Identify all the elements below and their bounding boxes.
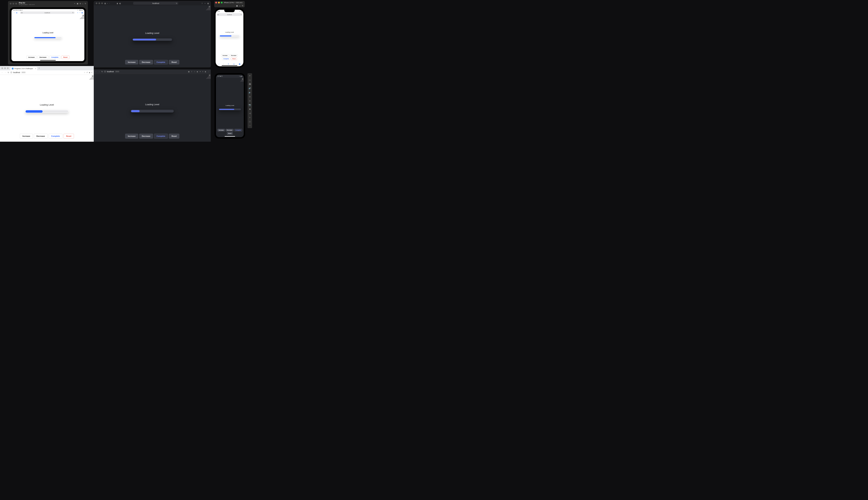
complete-button[interactable]: Complete <box>49 134 62 138</box>
extensions-icon[interactable]: ✦ <box>199 71 201 72</box>
decrease-button[interactable]: Decrease <box>139 134 153 138</box>
record-icon[interactable]: ⧉ <box>80 3 81 5</box>
reset-button[interactable]: Reset <box>61 56 70 59</box>
rotate-icon[interactable]: ↻ <box>85 3 86 5</box>
close-icon[interactable] <box>1 67 3 69</box>
refresh-button[interactable]: ↻ <box>101 71 103 72</box>
extension-icon[interactable]: ◆ <box>89 71 90 73</box>
mic-icon[interactable]: ◉ <box>205 71 206 72</box>
site-info-icon[interactable]: ⓘ <box>10 71 12 74</box>
more-icon[interactable]: ⋯ <box>249 124 251 127</box>
maximize-icon[interactable] <box>7 67 9 69</box>
complete-button[interactable]: Complete <box>154 134 168 138</box>
new-tab-icon[interactable]: + <box>205 2 206 4</box>
url-field[interactable]: AA localhost ↻ <box>217 13 242 16</box>
sidebar-icon[interactable]: ▤ <box>104 2 106 4</box>
decrease-button[interactable]: Decrease <box>139 60 153 65</box>
decrease-button[interactable]: Decrease <box>230 54 238 57</box>
share-icon[interactable]: ⇧ <box>191 71 192 72</box>
maximize-icon[interactable] <box>221 2 222 3</box>
site-info-icon[interactable]: ⓘ <box>104 70 106 73</box>
tabs-icon[interactable]: ▦ <box>207 2 209 4</box>
extension-icon[interactable]: ◆ <box>197 71 198 72</box>
forward-button[interactable]: › <box>223 63 224 65</box>
screenshot-icon[interactable]: ▣ <box>236 5 238 7</box>
refresh-button[interactable]: ↻ <box>8 71 9 73</box>
tab-progress[interactable]: Progress | GUI Challenges × <box>10 67 37 70</box>
close-icon[interactable] <box>10 3 11 4</box>
reader-icon[interactable]: AA <box>21 12 23 13</box>
minimize-icon[interactable]: — <box>249 79 251 81</box>
close-tab-icon[interactable]: × <box>35 68 36 70</box>
screencast-icon[interactable]: ▣ <box>188 71 190 72</box>
overview-icon[interactable]: □ <box>249 120 251 123</box>
volume-up-icon[interactable]: 🔊 <box>249 87 251 90</box>
back-button[interactable]: ‹ <box>107 2 108 4</box>
complete-button[interactable]: Complete <box>234 129 242 132</box>
forward-button[interactable]: › <box>109 2 110 4</box>
tabs-icon[interactable]: ▣ <box>239 63 240 65</box>
minimize-icon[interactable] <box>99 2 100 4</box>
forward-button[interactable]: › <box>14 12 15 13</box>
reset-button[interactable]: Reset <box>231 57 237 60</box>
omnibox[interactable]: ⓘ localhost:3000 <box>104 70 187 73</box>
close-icon[interactable]: × <box>249 74 251 77</box>
tabs-icon[interactable]: ▣ <box>81 12 83 13</box>
increase-button[interactable]: Increase <box>221 54 229 57</box>
back-button[interactable]: ← <box>95 71 97 72</box>
home-indicator[interactable] <box>222 65 237 66</box>
power-icon[interactable]: ⏻ <box>249 83 251 86</box>
complete-button[interactable]: Complete <box>49 56 60 59</box>
home-icon[interactable]: ○ <box>249 116 251 119</box>
visbug-icon[interactable] <box>206 74 211 79</box>
volume-down-icon[interactable]: 🔉 <box>249 91 251 94</box>
refresh-icon[interactable]: ↻ <box>72 12 73 13</box>
zoom-icon[interactable]: ⊕ <box>249 107 251 111</box>
refresh-icon[interactable]: ↻ <box>176 2 177 4</box>
minimize-icon[interactable] <box>218 2 220 3</box>
new-tab-icon[interactable]: + <box>80 12 80 13</box>
minimize-icon[interactable] <box>4 67 6 69</box>
home-icon[interactable]: ⌂ <box>239 5 240 7</box>
decrease-button[interactable]: Decrease <box>37 56 48 59</box>
menu-icon[interactable]: ⋮ <box>208 71 209 72</box>
camera-icon[interactable]: 📷 <box>249 103 251 106</box>
close-icon[interactable] <box>215 2 217 3</box>
increase-button[interactable]: Increase <box>26 56 37 59</box>
home-icon[interactable]: ⌂ <box>82 3 83 5</box>
rotate-right-icon[interactable]: ◇ <box>249 99 251 102</box>
bookmark-icon[interactable]: ☆ <box>84 71 85 73</box>
back-button[interactable]: ‹ <box>219 63 219 65</box>
reset-button[interactable]: Reset <box>227 132 233 135</box>
omnibox[interactable]: ⓘ localhost:3000 <box>10 71 82 74</box>
url-field[interactable]: localhost ↻ <box>133 2 178 5</box>
new-tab-button[interactable]: + <box>38 67 40 69</box>
refresh-icon[interactable]: ↻ <box>241 14 242 15</box>
rotate-icon[interactable]: ↻ <box>242 5 243 7</box>
share-icon[interactable]: ⇧ <box>228 63 229 65</box>
share-icon[interactable]: ⇧ <box>201 2 203 4</box>
appearance-icon[interactable]: ◐ <box>119 2 121 4</box>
location-icon[interactable]: ✧ <box>74 3 75 5</box>
reset-button[interactable]: Reset <box>64 134 74 138</box>
increase-button[interactable]: Increase <box>125 134 138 138</box>
reset-button[interactable]: Reset <box>169 60 179 65</box>
back-button[interactable]: ← <box>1 71 3 73</box>
reset-button[interactable]: Reset <box>169 134 179 138</box>
reading-list-icon[interactable]: ≡ <box>202 71 203 72</box>
screenshot-icon[interactable]: ▣ <box>77 3 78 5</box>
complete-button[interactable]: Complete <box>154 60 168 65</box>
shield-icon[interactable]: ◑ <box>116 2 118 4</box>
complete-button[interactable]: Complete <box>222 57 230 60</box>
rotate-left-icon[interactable]: ◇ <box>249 95 251 98</box>
maximize-icon[interactable] <box>101 2 103 4</box>
decrease-button[interactable]: Decrease <box>34 134 48 138</box>
visbug-icon[interactable] <box>89 75 94 80</box>
maximize-icon[interactable] <box>15 3 17 4</box>
decrease-button[interactable]: Decrease <box>226 129 233 132</box>
close-icon[interactable] <box>96 2 98 4</box>
visbug-ext-icon[interactable]: ✐ <box>87 71 88 73</box>
gesture-bar[interactable] <box>225 136 235 137</box>
visbug-icon[interactable] <box>206 5 210 10</box>
home-indicator[interactable] <box>40 60 56 60</box>
